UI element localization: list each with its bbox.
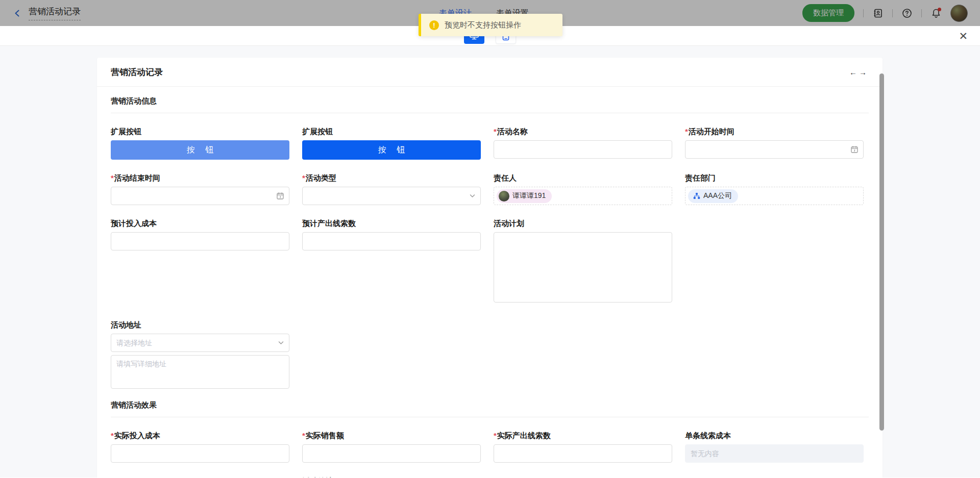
actual-leads-input[interactable] xyxy=(494,444,672,463)
address-select[interactable] xyxy=(111,334,289,352)
address-detail-textarea[interactable] xyxy=(111,355,289,389)
close-icon[interactable]: ✕ xyxy=(959,31,968,41)
field-label: 责任人 xyxy=(494,173,517,183)
field-ext-button-1: 扩展按钮 按 钮 xyxy=(111,127,289,160)
start-time-input[interactable] xyxy=(685,140,864,159)
divider xyxy=(892,9,893,17)
required-mark: * xyxy=(302,173,305,182)
extension-button-1[interactable]: 按 钮 xyxy=(111,140,289,160)
field-actual-cost: *实际投入成本 xyxy=(111,431,289,463)
screen: 营销活动记录 表单设计 表单设置 数据管理 ! 预览时不支持 xyxy=(0,0,980,478)
department-tag-box[interactable]: AAA公司 xyxy=(685,187,864,205)
field-label: 扩展按钮 xyxy=(302,127,333,137)
scrollbar-thumb[interactable] xyxy=(879,73,884,431)
owner-name: 谭谭谭191 xyxy=(512,191,546,200)
est-leads-input[interactable] xyxy=(302,232,481,250)
field-address: 活动地址 xyxy=(111,320,289,391)
field-start-time: *活动开始时间 xyxy=(685,127,864,159)
divider xyxy=(111,113,869,113)
field-summary: 活动总结 xyxy=(302,476,481,477)
department-tag: AAA公司 xyxy=(688,189,738,203)
toast: ! 预览时不支持按钮操作 xyxy=(419,14,562,36)
back-icon[interactable] xyxy=(12,8,22,18)
field-label: ROI xyxy=(111,476,125,477)
field-actual-sales: *实际销售额 xyxy=(302,431,481,463)
divider xyxy=(921,9,922,17)
field-est-cost: 预计投入成本 xyxy=(111,219,289,250)
form-title: 营销活动记录 xyxy=(111,66,163,78)
field-label: 活动计划 xyxy=(494,219,524,229)
warning-icon: ! xyxy=(429,20,439,30)
page-title: 营销活动记录 xyxy=(29,6,81,20)
owner-avatar xyxy=(499,191,509,202)
org-icon xyxy=(693,192,700,199)
plan-textarea[interactable] xyxy=(494,232,672,303)
data-manage-button[interactable]: 数据管理 xyxy=(802,4,854,22)
activity-name-input[interactable] xyxy=(494,140,672,159)
field-ext-button-2: 扩展按钮 按 钮 xyxy=(302,127,481,160)
preview-modal: ✕ 营销活动记录 ←→ 营销活动信息 扩展按钮 xyxy=(0,26,980,478)
end-time-input[interactable] xyxy=(111,187,289,205)
field-est-leads: 预计产出线索数 xyxy=(302,219,481,250)
field-department: 责任部门 AAA公司 xyxy=(685,173,864,205)
field-actual-leads: *实际产出线索数 xyxy=(494,431,672,463)
required-mark: * xyxy=(494,431,497,440)
extension-button-2[interactable]: 按 钮 xyxy=(302,140,481,160)
field-label: 活动类型 xyxy=(306,173,336,183)
contact-book-icon[interactable] xyxy=(872,8,884,19)
est-cost-input[interactable] xyxy=(111,232,289,250)
chevron-down-icon xyxy=(469,193,476,199)
field-label: 扩展按钮 xyxy=(111,127,141,137)
chevron-down-icon xyxy=(278,340,284,346)
actual-cost-input[interactable] xyxy=(111,444,289,463)
calendar-icon xyxy=(276,192,284,200)
field-roi: ROI xyxy=(111,476,289,477)
preview-content: 营销活动记录 ←→ 营销活动信息 扩展按钮 按 钮 xyxy=(0,46,980,477)
help-icon[interactable] xyxy=(901,8,913,19)
cost-per-lead-input xyxy=(685,444,864,463)
department-name: AAA公司 xyxy=(703,191,732,200)
field-label: 实际销售额 xyxy=(306,431,344,441)
required-mark: * xyxy=(494,127,497,136)
required-mark: * xyxy=(111,431,114,440)
toast-message: 预览时不支持按钮操作 xyxy=(445,20,521,30)
field-label: 活动名称 xyxy=(497,127,528,137)
field-activity-name: *活动名称 xyxy=(494,127,672,159)
field-owner: 责任人 谭谭谭191 xyxy=(494,173,672,205)
required-mark: * xyxy=(685,127,688,136)
field-label: 预计投入成本 xyxy=(111,219,157,229)
calendar-icon xyxy=(850,145,859,154)
expand-width-icon[interactable]: ←→ xyxy=(849,68,869,77)
field-label: 单条线索成本 xyxy=(685,431,731,441)
field-cost-per-lead: 单条线索成本 xyxy=(685,431,864,463)
form-card: 营销活动记录 ←→ 营销活动信息 扩展按钮 按 钮 xyxy=(97,58,883,477)
field-label: 实际投入成本 xyxy=(114,431,160,441)
activity-type-select[interactable] xyxy=(302,187,481,205)
field-plan: 活动计划 xyxy=(494,219,672,305)
user-avatar[interactable] xyxy=(950,5,968,22)
field-label: 活动开始时间 xyxy=(689,127,734,137)
field-label: 实际产出线索数 xyxy=(497,431,551,441)
field-label: 活动结束时间 xyxy=(114,173,160,183)
divider xyxy=(863,9,864,17)
field-label: 责任部门 xyxy=(685,173,716,183)
field-label: 预计产出线索数 xyxy=(302,219,356,229)
owner-tag: 谭谭谭191 xyxy=(497,189,552,203)
divider xyxy=(111,417,869,417)
section-title-effect: 营销活动效果 xyxy=(111,391,869,410)
field-end-time: *活动结束时间 xyxy=(111,173,289,205)
field-activity-type: *活动类型 xyxy=(302,173,481,205)
notification-dot xyxy=(938,8,941,11)
required-mark: * xyxy=(302,431,305,440)
required-mark: * xyxy=(111,173,114,182)
owner-tag-box[interactable]: 谭谭谭191 xyxy=(494,187,672,205)
notification-bell-icon[interactable] xyxy=(930,8,942,19)
field-label: 活动总结 xyxy=(302,476,333,477)
field-label: 活动地址 xyxy=(111,320,141,330)
actual-sales-input[interactable] xyxy=(302,444,481,463)
section-title-info: 营销活动信息 xyxy=(111,87,869,106)
